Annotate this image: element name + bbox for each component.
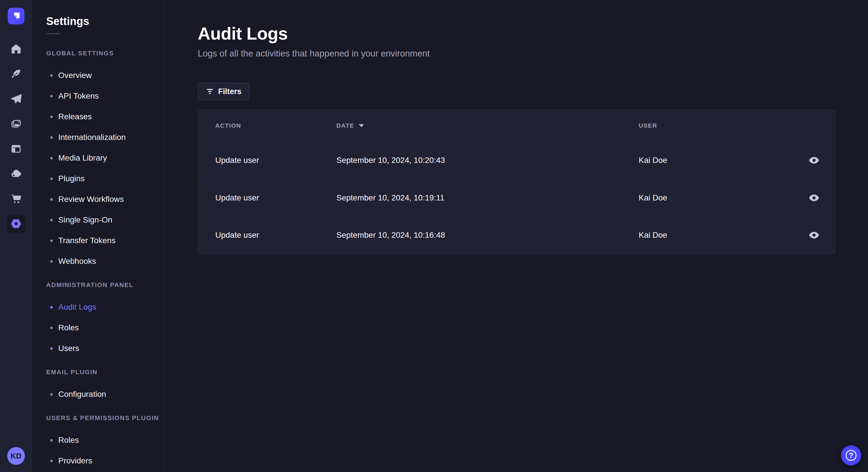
column-header-user: USER bbox=[639, 122, 800, 129]
rail-bottom-divider bbox=[0, 440, 32, 441]
subnav-item-internationalization[interactable]: Internationalization bbox=[46, 127, 165, 148]
view-log-button[interactable] bbox=[807, 153, 822, 168]
cell-user: Kai Doe bbox=[639, 231, 800, 240]
page-title: Audit Logs bbox=[198, 24, 868, 43]
filters-button-label: Filters bbox=[218, 87, 241, 96]
rail-divider bbox=[0, 32, 32, 32]
section-label: GLOBAL SETTINGS bbox=[46, 49, 165, 57]
view-log-button[interactable] bbox=[807, 191, 822, 205]
question-mark-icon: ? bbox=[846, 450, 857, 461]
subnav-item-api-tokens[interactable]: API Tokens bbox=[46, 86, 165, 106]
cloud-icon[interactable] bbox=[7, 165, 25, 183]
main-nav-rail: KD bbox=[0, 0, 32, 472]
cell-action: Update user bbox=[215, 156, 336, 165]
table-row[interactable]: Update user September 10, 2024, 10:16:48… bbox=[198, 216, 835, 254]
paper-plane-icon[interactable] bbox=[7, 90, 25, 108]
subnav-item-up-roles[interactable]: Roles bbox=[46, 430, 165, 450]
subnav-title-divider bbox=[46, 33, 60, 34]
page-subtitle: Logs of all the activities that happened… bbox=[198, 48, 868, 59]
user-avatar[interactable]: KD bbox=[7, 447, 25, 465]
sort-desc-icon bbox=[359, 124, 364, 127]
bullet-icon bbox=[50, 460, 53, 462]
cell-date: September 10, 2024, 10:19:11 bbox=[336, 193, 639, 202]
help-button[interactable]: ? bbox=[841, 445, 861, 465]
section-label: USERS & PERMISSIONS PLUGIN bbox=[46, 414, 165, 422]
eye-icon bbox=[809, 193, 819, 203]
strapi-logo-icon bbox=[11, 11, 21, 21]
subnav-item-audit-logs[interactable]: Audit Logs bbox=[46, 297, 165, 317]
table-header-row: ACTION DATE USER bbox=[198, 110, 835, 142]
cell-date: September 10, 2024, 10:16:48 bbox=[336, 231, 639, 240]
subnav-item-up-providers[interactable]: Providers bbox=[46, 450, 165, 471]
section-email-plugin: EMAIL PLUGIN Configuration bbox=[46, 369, 165, 405]
media-library-icon[interactable] bbox=[7, 115, 25, 133]
subnav-item-admin-users[interactable]: Users bbox=[46, 338, 165, 359]
layout-icon[interactable] bbox=[7, 140, 25, 158]
subnav-item-transfer-tokens[interactable]: Transfer Tokens bbox=[46, 230, 165, 251]
filter-icon bbox=[206, 88, 214, 96]
rail-bottom: KD bbox=[0, 440, 32, 472]
section-label: EMAIL PLUGIN bbox=[46, 369, 165, 376]
bullet-icon bbox=[50, 327, 53, 329]
table-row[interactable]: Update user September 10, 2024, 10:19:11… bbox=[198, 179, 835, 216]
subnav-item-releases[interactable]: Releases bbox=[46, 106, 165, 127]
bullet-icon bbox=[50, 306, 53, 308]
rail-icon-list bbox=[7, 40, 25, 239]
subnav-title: Settings bbox=[46, 15, 165, 28]
cell-date: September 10, 2024, 10:20:43 bbox=[336, 156, 639, 165]
view-log-button[interactable] bbox=[807, 228, 822, 243]
eye-icon bbox=[809, 155, 819, 166]
subnav-item-overview[interactable]: Overview bbox=[46, 65, 165, 86]
bullet-icon bbox=[50, 74, 53, 77]
bullet-icon bbox=[50, 95, 53, 98]
subnav-item-review-workflows[interactable]: Review Workflows bbox=[46, 189, 165, 210]
subnav-item-email-configuration[interactable]: Configuration bbox=[46, 384, 165, 405]
bullet-icon bbox=[50, 260, 53, 263]
section-users-permissions-plugin: USERS & PERMISSIONS PLUGIN Roles Provide… bbox=[46, 414, 165, 471]
bullet-icon bbox=[50, 198, 53, 201]
subnav-item-single-sign-on[interactable]: Single Sign-On bbox=[46, 210, 165, 230]
settings-gear-icon[interactable] bbox=[7, 214, 25, 233]
section-global-settings: GLOBAL SETTINGS Overview API Tokens Rele… bbox=[46, 49, 165, 272]
subnav-item-media-library[interactable]: Media Library bbox=[46, 148, 165, 168]
table-row[interactable]: Update user September 10, 2024, 10:20:43… bbox=[198, 142, 835, 179]
cell-action: Update user bbox=[215, 193, 336, 202]
strapi-logo[interactable] bbox=[8, 8, 24, 24]
subnav-item-admin-roles[interactable]: Roles bbox=[46, 317, 165, 338]
bullet-icon bbox=[50, 157, 53, 160]
bullet-icon bbox=[50, 219, 53, 222]
audit-logs-table: ACTION DATE USER Update user September 1… bbox=[198, 109, 836, 255]
marketplace-cart-icon[interactable] bbox=[7, 190, 25, 208]
filters-button[interactable]: Filters bbox=[198, 83, 249, 100]
table-body: Update user September 10, 2024, 10:20:43… bbox=[198, 142, 835, 254]
cell-user: Kai Doe bbox=[639, 156, 800, 165]
bullet-icon bbox=[50, 439, 53, 442]
bullet-icon bbox=[50, 347, 53, 350]
section-label: ADMINISTRATION PANEL bbox=[46, 281, 165, 289]
main-content: Audit Logs Logs of all the activities th… bbox=[165, 0, 868, 472]
bullet-icon bbox=[50, 177, 53, 180]
home-icon[interactable] bbox=[7, 40, 25, 58]
feather-icon[interactable] bbox=[7, 65, 25, 83]
column-header-action: ACTION bbox=[215, 122, 336, 129]
settings-subnav: Settings GLOBAL SETTINGS Overview API To… bbox=[32, 0, 165, 472]
bullet-icon bbox=[50, 115, 53, 118]
column-header-date[interactable]: DATE bbox=[336, 122, 639, 129]
cell-action: Update user bbox=[215, 231, 336, 240]
section-administration-panel: ADMINISTRATION PANEL Audit Logs Roles Us… bbox=[46, 281, 165, 359]
cell-user: Kai Doe bbox=[639, 193, 800, 202]
subnav-item-webhooks[interactable]: Webhooks bbox=[46, 251, 165, 272]
bullet-icon bbox=[50, 239, 53, 242]
bullet-icon bbox=[50, 393, 53, 396]
bullet-icon bbox=[50, 136, 53, 139]
eye-icon bbox=[809, 230, 819, 241]
subnav-item-plugins[interactable]: Plugins bbox=[46, 168, 165, 189]
